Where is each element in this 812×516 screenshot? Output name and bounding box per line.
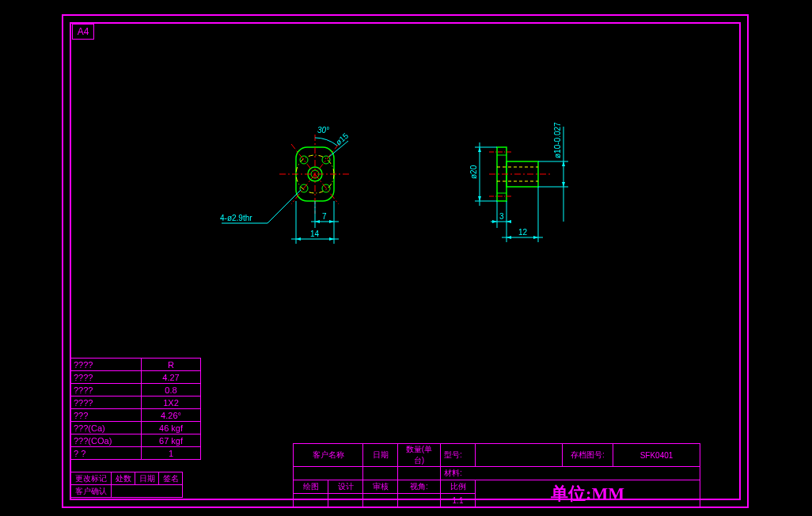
svg-marker-42 bbox=[562, 161, 565, 166]
dim-12: 12 bbox=[518, 228, 528, 237]
svg-marker-23 bbox=[296, 237, 301, 241]
svg-marker-18 bbox=[315, 220, 320, 223]
unit-label: 单位:MM bbox=[551, 484, 624, 503]
dim-hole-note: 4-ø2.9thr bbox=[220, 214, 252, 222]
dim-10: ø10-0.027 bbox=[553, 122, 562, 158]
dim-phi15: ø15 bbox=[334, 131, 350, 146]
dim-20: ø20 bbox=[469, 165, 478, 179]
sheet-format: A4 bbox=[72, 24, 94, 40]
title-block: 客户名称 日期 数量(单台) 型号: 存档图号: SFK0401 材料: 绘图 … bbox=[293, 443, 700, 507]
svg-marker-43 bbox=[562, 182, 565, 187]
svg-marker-53 bbox=[533, 236, 538, 239]
dim-7: 7 bbox=[322, 212, 327, 221]
dim-14: 14 bbox=[310, 230, 320, 238]
svg-marker-48 bbox=[507, 220, 511, 223]
svg-marker-38 bbox=[478, 196, 481, 201]
svg-marker-47 bbox=[492, 220, 497, 223]
svg-marker-52 bbox=[507, 236, 511, 239]
dim-3: 3 bbox=[499, 212, 504, 221]
svg-marker-37 bbox=[478, 147, 481, 152]
svg-marker-24 bbox=[329, 237, 334, 241]
revision-table: 更改标记处数日期签名 客户确认 bbox=[70, 472, 183, 498]
svg-marker-19 bbox=[329, 220, 334, 223]
drawing-canvas: 30° ø15 4-ø2.9thr 7 14 ø20 ø10-0.027 bbox=[70, 40, 741, 348]
dim-angle: 30° bbox=[317, 126, 329, 135]
spec-table: ????R ????4.27 ????0.8 ????1X2 ???4.26° … bbox=[70, 358, 201, 460]
